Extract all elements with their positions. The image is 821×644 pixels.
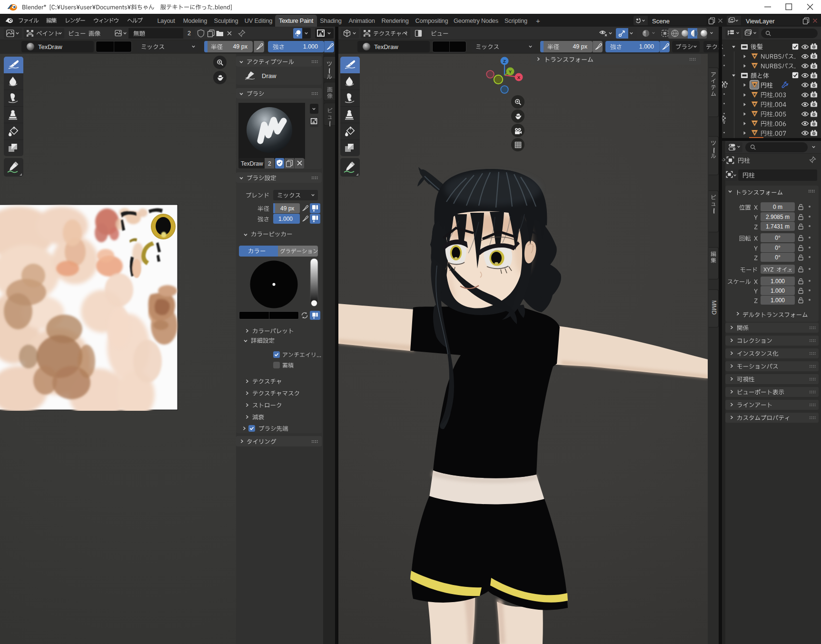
svg-text:X: X: [517, 75, 521, 80]
svg-text:Y: Y: [509, 69, 512, 74]
svg-text:Z: Z: [503, 59, 506, 64]
